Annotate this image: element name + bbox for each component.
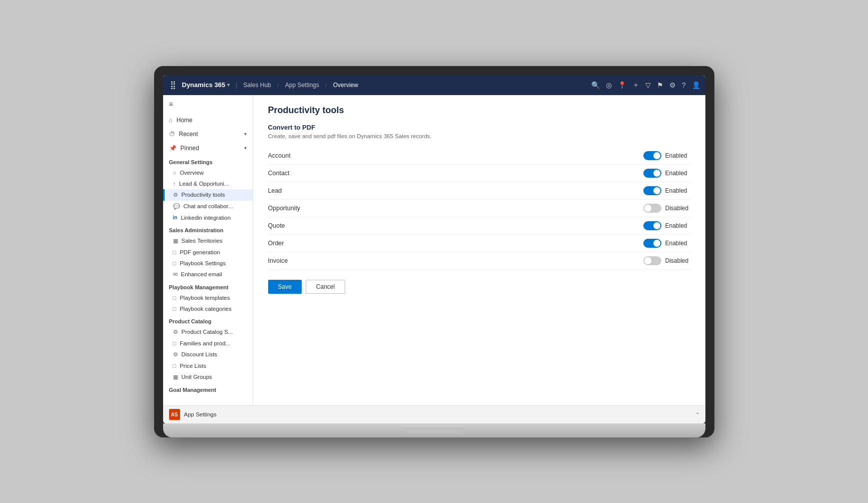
waffle-icon[interactable]: ⣿ — [168, 78, 178, 92]
toggle-area-invoice: Disabled — [643, 256, 690, 265]
sidebar-item-recent[interactable]: ⏱ Recent ▾ — [163, 127, 253, 141]
sidebar-item-discount-lists[interactable]: ⚙ Discount Lists — [163, 349, 253, 360]
nav-arrow: › — [277, 82, 279, 89]
save-button[interactable]: Save — [268, 280, 302, 294]
toggle-invoice[interactable] — [643, 256, 661, 265]
bottom-app-settings-label: App Settings — [184, 411, 217, 417]
brand-label: Dynamics 365 — [182, 81, 226, 89]
toggle-account[interactable] — [643, 151, 661, 160]
app-body: ≡ ⌂ Home ⏱ Recent ▾ 📌 Pinned ▾ General S… — [163, 95, 705, 405]
toggle-track-account[interactable] — [643, 151, 661, 160]
target-icon[interactable]: ◎ — [606, 81, 612, 89]
sidebar-item-enhanced-email[interactable]: ✉ Enhanced email — [163, 269, 253, 280]
categories-icon: □ — [173, 306, 177, 312]
toggle-track-contact[interactable] — [643, 169, 661, 178]
sidebar-item-pdf-generation[interactable]: □ PDF generation — [163, 247, 253, 258]
record-label-lead: Lead — [268, 187, 643, 194]
sidebar-item-price-lists[interactable]: □ Price Lists — [163, 360, 253, 371]
toggle-track-opportunity[interactable] — [643, 204, 661, 213]
toggle-opportunity[interactable] — [643, 204, 661, 213]
laptop-frame: ⣿ Dynamics 365 ▾ | Sales Hub › App Setti… — [154, 66, 714, 437]
toggle-track-order[interactable] — [643, 239, 661, 248]
sidebar-templates-label: Playbook templates — [180, 295, 230, 301]
toggle-thumb-lead — [653, 187, 660, 194]
top-bar-right: 🔍 ◎ 📍 ＋ ▽ ⚑ ⚙ ? 👤 — [591, 81, 700, 90]
brand-chevron-icon: ▾ — [227, 82, 230, 88]
families-icon: □ — [173, 340, 177, 346]
toggle-order[interactable] — [643, 239, 661, 248]
record-row-opportunity: Opportunity Disabled — [268, 200, 690, 217]
top-bar-left: ⣿ Dynamics 365 ▾ | Sales Hub › App Setti… — [168, 78, 358, 92]
playbook-settings-icon: □ — [173, 260, 177, 266]
catalog-settings-icon: ⚙ — [173, 329, 178, 335]
sidebar-item-chat[interactable]: 💬 Chat and collabor... — [163, 201, 253, 212]
user-icon[interactable]: 👤 — [692, 81, 700, 89]
brand-name[interactable]: Dynamics 365 ▾ — [182, 81, 230, 89]
sidebar-item-pinned[interactable]: 📌 Pinned ▾ — [163, 141, 253, 155]
sidebar-item-playbook-categories[interactable]: □ Playbook categories — [163, 303, 253, 314]
toggle-thumb-quote — [653, 222, 660, 229]
sidebar-item-home[interactable]: ⌂ Home — [163, 113, 253, 127]
sidebar-item-unit-groups[interactable]: ▦ Unit Groups — [163, 371, 253, 383]
sidebar-item-linkedin[interactable]: in Linkedin integration — [163, 212, 253, 223]
toggle-track-lead[interactable] — [643, 186, 661, 195]
record-row-contact: Contact Enabled — [268, 165, 690, 182]
sidebar-item-playbook-settings[interactable]: □ Playbook Settings — [163, 258, 253, 269]
home-icon: ⌂ — [169, 117, 173, 124]
toggle-lead[interactable] — [643, 186, 661, 195]
sidebar: ≡ ⌂ Home ⏱ Recent ▾ 📌 Pinned ▾ General S… — [163, 95, 253, 405]
nav-sales-hub[interactable]: Sales Hub — [243, 82, 271, 89]
sidebar-item-lead-opp[interactable]: ↑ Lead & Opportuni... — [163, 178, 253, 189]
toggle-quote[interactable] — [643, 221, 661, 230]
location-icon[interactable]: 📍 — [618, 81, 626, 89]
laptop-notch — [404, 427, 464, 433]
help-icon[interactable]: ? — [682, 81, 686, 89]
toggle-status-opportunity: Disabled — [665, 205, 690, 212]
record-label-invoice: Invoice — [268, 257, 643, 264]
plus-icon[interactable]: ＋ — [632, 81, 639, 90]
sidebar-unit-groups-label: Unit Groups — [182, 374, 212, 380]
sidebar-item-playbook-templates[interactable]: □ Playbook templates — [163, 292, 253, 303]
lead-icon: ↑ — [173, 181, 176, 187]
main-content: Productivity tools Convert to PDF Create… — [253, 95, 705, 405]
toggle-track-quote[interactable] — [643, 221, 661, 230]
sidebar-hamburger[interactable]: ≡ — [163, 95, 253, 113]
record-label-contact: Contact — [268, 170, 643, 177]
toggle-area-contact: Enabled — [643, 169, 690, 178]
toggle-area-order: Enabled — [643, 239, 690, 248]
record-row-lead: Lead Enabled — [268, 182, 690, 200]
toggle-thumb-opportunity — [644, 205, 651, 212]
settings-icon[interactable]: ⚙ — [669, 81, 676, 89]
cancel-button[interactable]: Cancel — [306, 280, 345, 294]
sidebar-item-product-catalog-s[interactable]: ⚙ Product Catalog S... — [163, 326, 253, 338]
laptop-screen: ⣿ Dynamics 365 ▾ | Sales Hub › App Setti… — [163, 75, 705, 423]
section-goal-mgmt: Goal Management — [163, 383, 253, 395]
toggle-area-account: Enabled — [643, 151, 690, 160]
sidebar-price-label: Price Lists — [180, 363, 206, 369]
search-icon[interactable]: 🔍 — [591, 81, 600, 89]
productivity-icon: ⚙ — [173, 192, 178, 198]
sidebar-item-sales-territories[interactable]: ▦ Sales Territories — [163, 235, 253, 247]
sidebar-pdf-label: PDF generation — [180, 249, 220, 255]
sidebar-item-overview[interactable]: ○ Overview — [163, 167, 253, 178]
toggle-area-lead: Enabled — [643, 186, 690, 195]
sidebar-item-productivity[interactable]: ⚙ Productivity tools — [163, 189, 253, 201]
toggle-contact[interactable] — [643, 169, 661, 178]
nav-app-settings[interactable]: App Settings — [285, 82, 319, 89]
button-row: Save Cancel — [268, 280, 690, 294]
discount-icon: ⚙ — [173, 351, 178, 358]
toggle-track-invoice[interactable] — [643, 256, 661, 265]
flag-icon[interactable]: ⚑ — [657, 81, 663, 89]
sidebar-discount-label: Discount Lists — [182, 351, 218, 357]
pdf-icon: □ — [173, 249, 177, 255]
toggle-status-invoice: Disabled — [665, 257, 690, 264]
filter-icon[interactable]: ▽ — [645, 81, 651, 89]
toggle-status-quote: Enabled — [665, 222, 690, 229]
price-icon: □ — [173, 363, 177, 369]
bottom-chevron-icon[interactable]: ⌃ — [695, 412, 699, 417]
sidebar-item-families-prod[interactable]: □ Families and prod... — [163, 338, 253, 349]
section-convert-title: Convert to PDF — [268, 124, 690, 131]
toggle-thumb-invoice — [644, 257, 651, 264]
record-row-quote: Quote Enabled — [268, 217, 690, 235]
sidebar-productivity-label: Productivity tools — [182, 192, 225, 198]
